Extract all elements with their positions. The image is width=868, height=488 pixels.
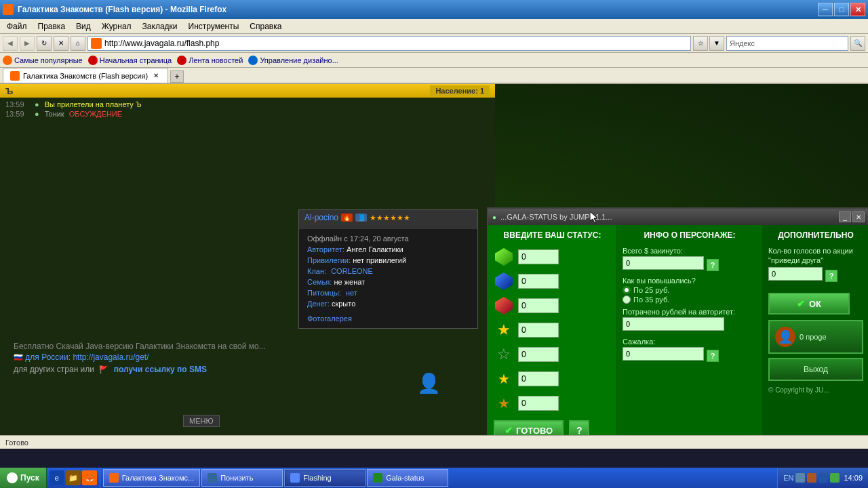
stop-button[interactable]: ✕ (54, 36, 68, 51)
forward-button[interactable]: ▶ (20, 36, 35, 51)
username-link[interactable]: Al-pocino (304, 213, 338, 222)
promo-url[interactable]: для России: http://javagala.ru/get/ (25, 352, 149, 362)
home-button[interactable]: ⌂ (71, 36, 85, 51)
status-dialog-header: ● ...GALA-STATUS by JUMP v1.1... _ ✕ (488, 209, 868, 225)
ql-explorer[interactable]: 📁 (66, 470, 81, 485)
tray-icon-3 (818, 473, 828, 483)
tray-language: EN (783, 474, 793, 482)
profile-pets-value[interactable]: нет (346, 289, 357, 297)
ql-firefox[interactable]: 🦊 (82, 470, 97, 485)
star-gold-input[interactable] (518, 323, 559, 338)
total-money-help[interactable]: ? (707, 259, 719, 271)
profile-money-value: скрыто (332, 300, 355, 308)
radio-25-btn[interactable] (623, 286, 631, 294)
address-bar[interactable]: http://www.javagala.ru/flash.php (87, 36, 691, 51)
close-button[interactable]: ✕ (850, 3, 865, 16)
dialog-controls: _ ✕ (839, 211, 865, 222)
menu-bookmarks[interactable]: Закладки (138, 20, 182, 33)
taskbar: Пуск e 📁 🦊 Галактика Знакомс... Понизить… (0, 468, 868, 488)
star-outline-input[interactable] (518, 347, 559, 362)
menu-file[interactable]: Файл (3, 20, 31, 33)
menu-history[interactable]: Журнал (98, 20, 136, 33)
minimize-button[interactable]: ─ (818, 3, 833, 16)
tab-close-button[interactable]: ✕ (151, 71, 161, 81)
chat-area: 13:59 ● Вы прилетели на планету Ъ 13:59 … (0, 98, 495, 122)
start-button[interactable]: Пуск (0, 468, 47, 488)
profile-money-label[interactable]: Денег: (307, 300, 330, 308)
star-small-mixed-input[interactable] (518, 396, 559, 411)
taskbar-app-gala-label: Gala-status (386, 474, 424, 482)
menu-view[interactable]: Вид (72, 20, 95, 33)
status-col-right: ДОПОЛНИТЕЛЬНО Кол-во голосов по акции "п… (763, 225, 868, 435)
gem-green-input[interactable] (518, 249, 559, 264)
promo-area: Бесплатно Скачай Java-версию Галактики З… (14, 342, 266, 374)
ready-button[interactable]: ✔ ГОТОВО (494, 420, 564, 435)
fishing-input[interactable] (623, 347, 704, 361)
taskbar-app-flashing[interactable]: Flashing (284, 469, 366, 487)
menu-help[interactable]: Справка (245, 20, 285, 33)
bookmark-design[interactable]: Управление дизайно... (248, 56, 338, 65)
game-frame: Ъ Население: 1 13:59 ● Вы прилетели на п… (0, 84, 495, 435)
taskbar-app-firefox[interactable]: Галактика Знакомс... (103, 469, 200, 487)
total-money-input[interactable] (623, 256, 704, 270)
taskbar-app-lower[interactable]: Понизить (201, 469, 283, 487)
help-button[interactable]: ? (569, 420, 589, 435)
bookmark-icon-popular (3, 56, 12, 65)
col-mid-title: ИНФО О ПЕРСОНАЖЕ: (623, 230, 757, 240)
taskbar-app-gala-icon (373, 473, 382, 483)
bookmark-popular[interactable]: Самые популярные (3, 56, 83, 65)
game-menu-button[interactable]: МЕНЮ (183, 415, 220, 427)
promo-flag: 🚩 (99, 365, 108, 373)
new-tab-button[interactable]: + (170, 70, 184, 83)
ok-button[interactable]: ✔ ОК (768, 293, 850, 314)
star-small-gold-input[interactable] (518, 371, 559, 386)
votes-row: ? (768, 267, 863, 285)
bookmark-label-news: Лента новостей (189, 56, 243, 64)
menu-edit[interactable]: Правка (34, 20, 70, 33)
promo-text-1: Бесплатно Скачай Java-версию Галактики З… (14, 342, 266, 351)
radio-35-btn[interactable] (623, 296, 631, 304)
tab-favicon (10, 71, 20, 81)
dialog-minimize[interactable]: _ (839, 211, 851, 222)
promo-text: 0 прoge (800, 333, 827, 341)
spent-input[interactable] (623, 317, 724, 331)
game-header-symbol: Ъ (5, 86, 13, 96)
star-button[interactable]: ☆ (693, 36, 708, 51)
promo-sms-link[interactable]: получи ссылку по SMS (114, 365, 207, 374)
exit-button[interactable]: Выход (768, 358, 863, 381)
profile-offline-text: Оффлайн с 17:24, 20 августа (307, 235, 409, 243)
window-controls: ─ □ ✕ (818, 3, 865, 16)
gem-red-shape (495, 297, 513, 314)
menu-tools[interactable]: Инструменты (184, 20, 243, 33)
back-button[interactable]: ◀ (3, 36, 18, 51)
profile-clan-value[interactable]: CORLEONE (331, 267, 373, 275)
gem-red-input[interactable] (518, 298, 559, 313)
gem-blue-input[interactable] (518, 274, 559, 289)
profile-gallery-link[interactable]: Фотогалерея (307, 314, 469, 323)
search-box[interactable]: Яндекс (726, 36, 848, 51)
votes-help[interactable]: ? (825, 270, 837, 282)
profile-privileges-label[interactable]: Привилегии: (307, 256, 351, 264)
dialog-icon: ● (492, 214, 496, 221)
tab-main[interactable]: Галактика Знакомств (Flash версия) ✕ (3, 68, 168, 83)
search-go-button[interactable]: 🔍 (850, 36, 865, 51)
profile-offline: Оффлайн с 17:24, 20 августа (307, 235, 469, 243)
votes-input[interactable] (768, 267, 823, 281)
taskbar-app-gala[interactable]: Gala-status (367, 469, 448, 487)
promo-button[interactable]: 👤 0 прoge (768, 320, 863, 354)
maximize-button[interactable]: □ (834, 3, 849, 16)
ql-ie[interactable]: e (50, 470, 64, 485)
profile-clan-label[interactable]: Клан: (307, 267, 326, 275)
profile-pets-label[interactable]: Питомцы: (307, 289, 341, 297)
refresh-button[interactable]: ↻ (37, 36, 52, 51)
dialog-close[interactable]: ✕ (852, 211, 865, 222)
fishing-help[interactable]: ? (707, 350, 719, 362)
bookmark-home[interactable]: Начальная страница (88, 56, 172, 65)
chat-username: Тоник (45, 110, 64, 118)
profile-authority-label[interactable]: Авторитет: (307, 245, 344, 253)
star-down-button[interactable]: ▼ (709, 36, 724, 51)
bookmark-news[interactable]: Лента новостей (177, 56, 243, 65)
tray-icon-4 (830, 473, 840, 483)
profile-family-label[interactable]: Семья: (307, 278, 332, 286)
avatar-area: 👤 (417, 372, 441, 394)
